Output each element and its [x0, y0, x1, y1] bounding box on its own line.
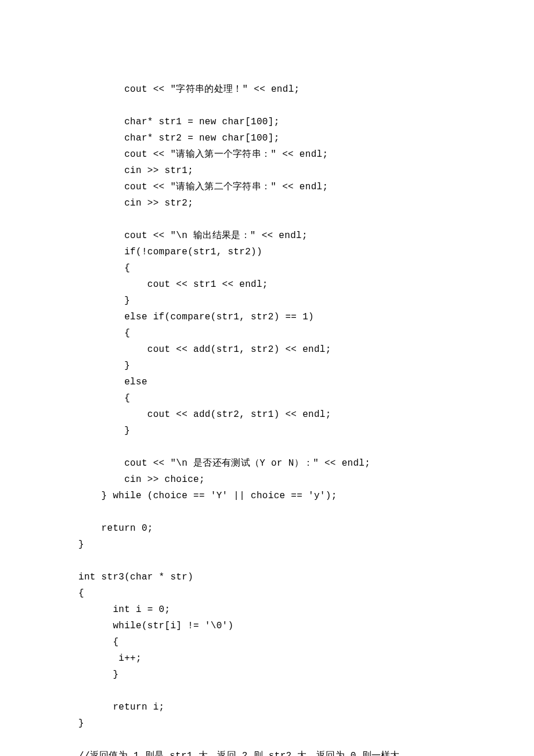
code-block: cout << "字符串的处理！" << endl; char* str1 = …: [78, 81, 456, 756]
